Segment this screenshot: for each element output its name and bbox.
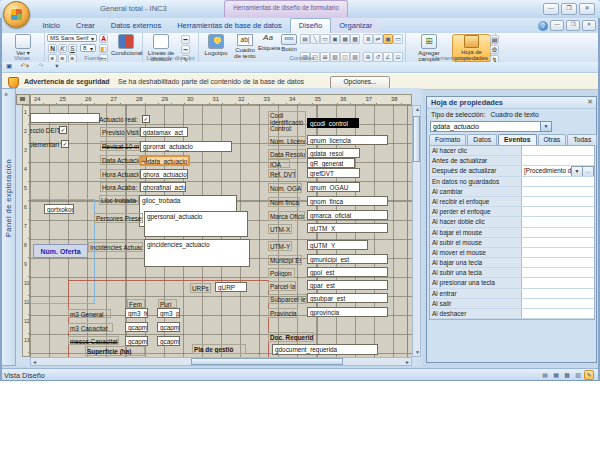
status-form-view-icon[interactable]: ▤	[540, 370, 550, 380]
design-label[interactable]: Lloc trobada :	[99, 195, 139, 205]
design-textbox[interactable]: ghorafinal_actu	[140, 182, 186, 192]
design-textbox[interactable]: gdocument_requerida	[272, 344, 378, 355]
property-tab-formato[interactable]: Formato	[429, 134, 466, 145]
design-label[interactable]: Puri	[158, 299, 177, 308]
window-minimize-icon[interactable]: —	[550, 20, 564, 31]
design-label[interactable]: Subparcel·les	[268, 294, 307, 304]
design-textbox[interactable]: gpersonal_actuacio	[144, 211, 248, 237]
minimize-icon[interactable]: —	[543, 3, 559, 15]
design-textbox[interactable]: gnom_finca	[307, 196, 388, 206]
horizontal-scrollbar[interactable]: ◄ ►	[30, 357, 412, 366]
design-label[interactable]: Persones Presents:	[94, 213, 143, 223]
office-button-icon[interactable]	[3, 1, 30, 28]
design-textbox[interactable]: gprovincia	[307, 307, 388, 317]
design-label[interactable]: Hora Actuació:	[100, 169, 140, 179]
design-checkbox[interactable]: ✓	[142, 115, 150, 123]
design-textbox[interactable]: gortxokod	[44, 204, 74, 214]
line-icon[interactable]: ╲	[310, 34, 320, 44]
bold-button[interactable]: N	[48, 44, 57, 53]
logo-button[interactable]: Logotipo	[201, 34, 231, 56]
tab-dise-o[interactable]: Diseño	[290, 18, 331, 33]
property-value-field[interactable]	[522, 238, 594, 247]
hscroll-thumb[interactable]	[191, 358, 343, 365]
subform-icon[interactable]: ▩	[350, 34, 360, 44]
design-textbox[interactable]: gmunicipi_est	[307, 254, 388, 264]
design-label[interactable]: m3 Capacitat	[68, 323, 113, 332]
design-label[interactable]: Actuació real:	[98, 115, 142, 124]
design-label[interactable]: Superfície (ha)	[85, 346, 145, 356]
italic-button[interactable]: K	[58, 44, 67, 53]
property-value-field[interactable]	[522, 197, 594, 206]
property-tab-eventos[interactable]: Eventos	[498, 134, 536, 145]
design-textbox[interactable]: gprorrat_actuacio	[140, 141, 232, 152]
design-checkbox[interactable]: ✓	[59, 126, 67, 134]
design-textbox[interactable]: gcapm3_p	[157, 322, 180, 332]
restore-icon[interactable]: ❐	[561, 3, 577, 15]
design-textbox[interactable]: gUTM_X	[307, 223, 388, 233]
view-button[interactable]: Ver ▾	[8, 34, 38, 56]
save-icon[interactable]: ▣	[4, 62, 14, 70]
design-label[interactable]: Fem	[127, 299, 145, 308]
tab-datos-externos[interactable]: Datos externos	[103, 18, 169, 33]
scroll-left-icon[interactable]: ◄	[32, 359, 37, 366]
scroll-down-icon[interactable]: ▼	[415, 349, 420, 356]
design-label[interactable]: m3 General	[68, 309, 111, 318]
tab-crear[interactable]: Crear	[68, 18, 103, 33]
design-label[interactable]: Núm. Oferta	[33, 244, 88, 258]
design-textbox[interactable]: gpol_est	[307, 267, 388, 277]
design-label[interactable]: mesos Capacitat	[68, 336, 119, 345]
property-value-field[interactable]	[522, 207, 594, 216]
customize-qat-icon[interactable]: ▾	[52, 62, 62, 70]
navigation-pane[interactable]: » Panel de exploración	[1, 88, 16, 366]
horizontal-ruler[interactable]: 242526272829303132333435363738	[30, 94, 412, 105]
design-textbox[interactable]: gUTM_Y	[307, 240, 368, 250]
property-value-field[interactable]	[522, 258, 594, 267]
form-selector[interactable]	[16, 94, 30, 105]
conditional-button[interactable]: Condicional	[111, 34, 141, 56]
design-label[interactable]: Data Resoluc	[268, 149, 306, 159]
status-design-view-icon[interactable]: ✎	[584, 370, 594, 380]
font-size-combo[interactable]: 8▾	[80, 44, 96, 52]
redo-icon[interactable]: ↷	[36, 62, 46, 70]
design-label[interactable]: Parcel·la	[268, 281, 296, 291]
property-value-field[interactable]	[522, 217, 594, 226]
property-value-field[interactable]	[522, 278, 594, 287]
property-value-field[interactable]	[522, 228, 594, 237]
design-canvas[interactable]: Inspecció DEIT?✓complementari ?✓Actuació…	[30, 105, 412, 357]
design-textbox[interactable]: gm3_puri	[157, 308, 180, 318]
design-textbox[interactable]: gcodi_control	[307, 118, 359, 128]
undo-icon[interactable]: ↶▾	[20, 62, 30, 70]
window-restore-icon[interactable]: ❐	[566, 20, 580, 31]
group-label-lineas[interactable]: Líneas de división	[143, 55, 198, 61]
design-label[interactable]: Província	[268, 308, 298, 318]
design-textbox[interactable]: gR_generat	[307, 158, 355, 168]
design-textbox-selected[interactable]: gdata_actuacio	[140, 155, 190, 166]
design-label[interactable]: Hora Acaba:	[100, 182, 140, 192]
font-name-combo[interactable]: MS Sans Serif▾	[47, 34, 97, 42]
design-textbox[interactable]: gdata_resol	[307, 148, 360, 158]
anchoring-icon[interactable]: ▭	[393, 34, 403, 44]
property-value-field[interactable]	[522, 177, 594, 186]
property-value-field[interactable]	[522, 268, 594, 277]
design-textbox[interactable]: gsubpar_est	[307, 293, 388, 303]
group-label-vistas[interactable]: Vistas	[0, 55, 44, 61]
close-icon[interactable]: ✕	[579, 3, 595, 15]
design-label[interactable]: Marca Oficial	[268, 211, 305, 221]
design-label[interactable]: UTM-X	[268, 224, 292, 234]
design-label[interactable]: Doc. Requerida	[268, 332, 314, 342]
property-value-field[interactable]	[522, 187, 594, 196]
image-icon[interactable]: ▦	[340, 34, 350, 44]
line-thickness-icon[interactable]: ━	[181, 35, 190, 44]
design-textbox[interactable]: gcapm3_	[125, 322, 148, 332]
design-label[interactable]: Revisat 10 m	[100, 141, 140, 151]
window-close-icon[interactable]: ✕	[582, 20, 596, 31]
property-value-field[interactable]	[522, 299, 594, 308]
status-datasheet-view-icon[interactable]: ▦	[551, 370, 561, 380]
design-textbox[interactable]: gnum_licencia	[307, 135, 388, 145]
bound-object-frame-icon[interactable]: ▣	[330, 34, 340, 44]
rectangle-icon[interactable]: ▭	[320, 34, 330, 44]
design-textbox[interactable]: gcapmes	[157, 336, 180, 346]
design-textbox[interactable]: gnum_OGAU	[307, 182, 360, 192]
property-value-field[interactable]	[522, 146, 594, 155]
design-label[interactable]: Previsió Visita:	[100, 127, 140, 137]
